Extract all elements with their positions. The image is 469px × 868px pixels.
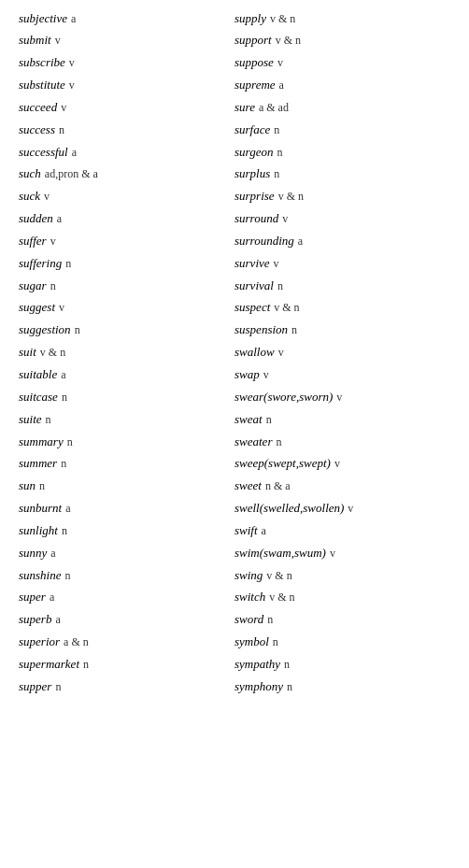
word-label: success [19, 121, 55, 139]
list-item: sunshinen [19, 564, 234, 587]
pos-label: n [277, 145, 282, 161]
pos-label: v [334, 456, 340, 472]
pos-label: n [276, 434, 281, 450]
word-label: sugar [19, 277, 47, 295]
word-label: suitcase [19, 389, 58, 406]
word-label: sweater [234, 434, 272, 451]
word-label: switch [234, 589, 265, 606]
pos-label: n [83, 657, 89, 673]
pos-label: n [277, 278, 283, 294]
list-item: suitcasen [19, 386, 234, 408]
pos-label: a [65, 501, 70, 517]
list-item: summern [19, 453, 234, 476]
word-label: subscribe [19, 54, 65, 72]
pos-label: n [39, 478, 45, 494]
list-item: suggestv [19, 297, 234, 320]
word-label: survive [234, 255, 270, 273]
pos-label: v [59, 300, 64, 316]
list-item: suitv & n [19, 342, 234, 364]
list-item: switchv & n [234, 587, 450, 609]
list-item: symphonyn [234, 676, 450, 698]
pos-label: a [279, 78, 284, 93]
word-label: supermarket [19, 656, 79, 674]
list-item: suggestionn [19, 320, 234, 342]
list-item: sufferv [19, 230, 234, 252]
pos-label: a [57, 211, 62, 227]
list-item: swell(swelled,swollen)v [234, 498, 450, 520]
list-item: swapv [234, 364, 450, 387]
pos-label: n [65, 256, 71, 272]
word-label: sudden [19, 210, 53, 228]
list-item: survivaln [234, 275, 450, 297]
word-label: sunny [19, 545, 47, 562]
word-label: swim(swam,swum) [234, 545, 326, 562]
word-label: surgeon [234, 144, 273, 162]
word-label: suspect [234, 299, 270, 317]
list-item: supremea [234, 75, 450, 97]
word-label: swear(swore,sworn) [234, 389, 333, 406]
word-label: suck [19, 188, 40, 206]
pos-label: n [62, 390, 67, 406]
pos-label: a [50, 590, 54, 605]
list-item: surgeonn [234, 141, 450, 164]
pos-label: n [67, 434, 73, 450]
list-item: suckv [19, 186, 234, 208]
word-label: sweep(swept,swept) [234, 455, 331, 473]
list-item: sugarn [19, 275, 234, 297]
list-item: sufferingn [19, 252, 234, 275]
word-label: suggest [19, 299, 55, 317]
list-item: swifta [234, 519, 450, 542]
list-item: successfula [19, 141, 234, 164]
word-label: survival [234, 277, 274, 295]
word-label: summer [19, 455, 57, 473]
pos-label: n [62, 523, 67, 539]
pos-label: v & n [40, 345, 65, 361]
word-label: suppose [234, 54, 274, 72]
pos-label: a [61, 367, 65, 383]
list-item: sweatn [234, 408, 450, 431]
pos-label: n [55, 679, 61, 695]
word-label: suffer [19, 233, 47, 250]
word-label: surrounding [234, 233, 294, 250]
word-label: submit [19, 32, 51, 50]
word-label: suspension [234, 321, 288, 339]
word-label: support [234, 32, 272, 50]
list-item: surprisev & n [234, 186, 450, 208]
list-item: supplyv & n [234, 7, 450, 30]
pos-label: v [44, 189, 50, 205]
list-item: sunnya [19, 542, 234, 564]
pos-label: a [72, 145, 77, 161]
list-item: suspectv & n [234, 297, 450, 320]
pos-label: v [348, 501, 353, 517]
list-item: subjectivea [19, 7, 234, 30]
list-item: suiten [19, 408, 234, 431]
word-label: such [19, 165, 41, 183]
word-label: super [19, 589, 46, 606]
word-label: subjective [19, 10, 67, 28]
pos-label: a [55, 612, 60, 628]
pos-label: n [274, 122, 279, 138]
pos-label: a [71, 11, 76, 27]
pos-label: v & n [269, 590, 294, 605]
list-item: suitablea [19, 364, 234, 387]
list-item: suddena [19, 208, 234, 231]
pos-label: v [50, 234, 56, 249]
pos-label: n [267, 612, 273, 628]
word-label: swing [234, 567, 263, 585]
word-label: swift [234, 522, 258, 540]
pos-label: v [336, 390, 342, 406]
list-item: surfacen [234, 119, 450, 141]
pos-label: v & n [266, 568, 291, 584]
list-item: submitv [19, 30, 234, 52]
list-item: swim(swam,swum)v [234, 542, 450, 564]
word-label: superior [19, 633, 60, 651]
pos-label: v [263, 367, 269, 383]
list-item: surroundv [234, 208, 450, 231]
word-label: swallow [234, 344, 275, 362]
pos-label: v [274, 256, 279, 272]
dictionary-columns: subjectiveasubmitvsubscribevsubstitutevs… [19, 7, 450, 698]
word-label: substitute [19, 77, 65, 94]
left-column: subjectiveasubmitvsubscribevsubstitutevs… [19, 7, 234, 698]
pos-label: n [287, 679, 292, 695]
pos-label: v [61, 100, 66, 116]
